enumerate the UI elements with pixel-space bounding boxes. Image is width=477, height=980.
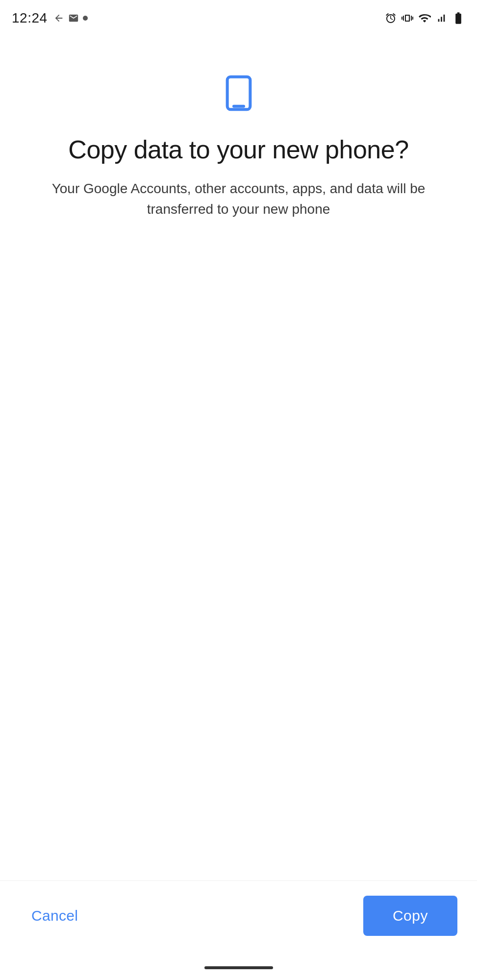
status-bar-right bbox=[385, 11, 465, 25]
phone-icon bbox=[219, 74, 258, 113]
nav-indicator bbox=[204, 966, 273, 969]
gmail-icon bbox=[68, 13, 79, 24]
alarm-icon bbox=[385, 12, 397, 24]
nav-bar bbox=[0, 960, 477, 980]
copy-button[interactable]: Copy bbox=[363, 896, 457, 936]
status-icons-left bbox=[53, 13, 88, 24]
bottom-actions: Cancel Copy bbox=[0, 880, 477, 960]
status-time: 12:24 bbox=[12, 10, 48, 26]
signal-icon bbox=[436, 13, 447, 24]
page-subtitle: Your Google Accounts, other accounts, ap… bbox=[48, 178, 430, 220]
cancel-button[interactable]: Cancel bbox=[20, 898, 90, 934]
dot-icon bbox=[83, 16, 88, 21]
status-bar: 12:24 bbox=[0, 0, 477, 34]
page-title: Copy data to your new phone? bbox=[68, 134, 408, 165]
phone-icon-container bbox=[219, 74, 258, 115]
status-bar-left: 12:24 bbox=[12, 10, 88, 26]
battery-icon bbox=[452, 11, 465, 25]
wifi-icon bbox=[418, 12, 431, 25]
arrow-back-icon bbox=[53, 13, 64, 24]
svg-rect-0 bbox=[227, 77, 250, 110]
main-content: Copy data to your new phone? Your Google… bbox=[0, 34, 477, 880]
vibrate-icon bbox=[402, 12, 413, 24]
